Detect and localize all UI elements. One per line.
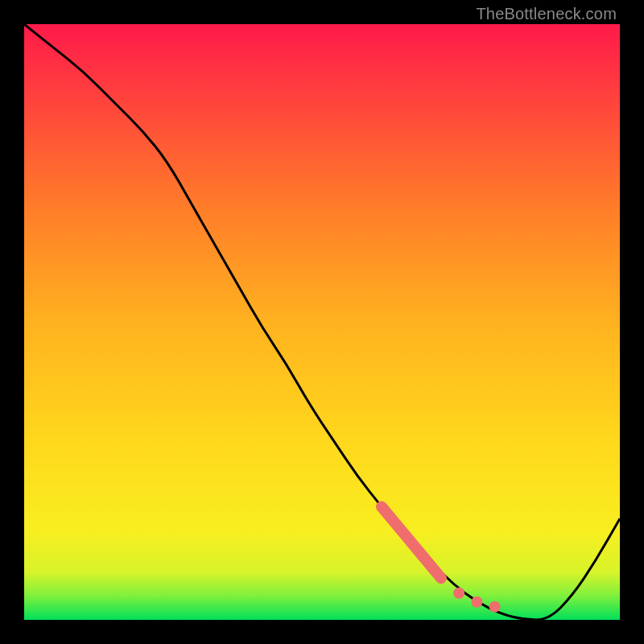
chart-frame	[24, 24, 620, 620]
svg-point-1	[471, 597, 482, 608]
svg-point-0	[453, 588, 464, 599]
attribution-text: TheBottleneck.com	[476, 5, 617, 23]
bottleneck-chart	[24, 24, 620, 620]
svg-point-2	[489, 601, 501, 613]
chart-background	[24, 24, 620, 620]
